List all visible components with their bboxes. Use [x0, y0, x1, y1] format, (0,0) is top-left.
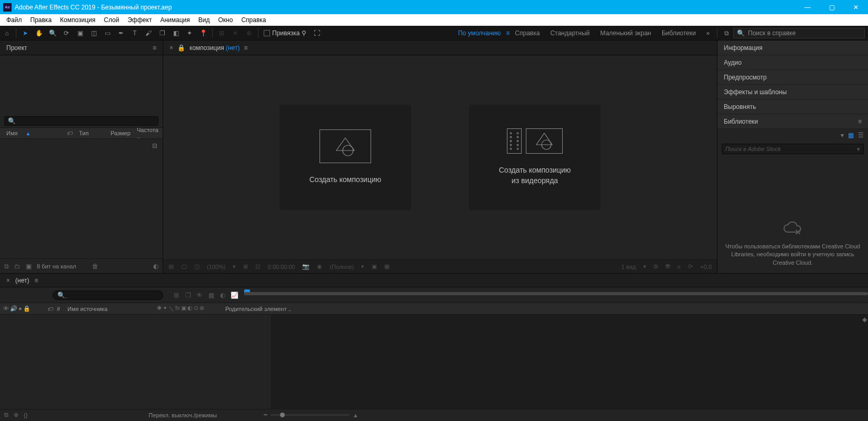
workspace-menu-icon[interactable]: ≡ [506, 29, 510, 37]
label-icon[interactable]: 🏷 [64, 130, 76, 136]
new-composition-from-footage-button[interactable]: Создать композициюиз видеоряда [469, 105, 601, 210]
panel-effects[interactable]: Эффекты и шаблоны [717, 85, 868, 99]
window-maximize-button[interactable]: ▢ [820, 0, 844, 14]
panel-information[interactable]: Информация [717, 41, 868, 55]
orbit-tool[interactable]: ⟳ [60, 27, 73, 39]
brush-tool[interactable]: 🖌 [142, 27, 155, 39]
timeline-zoom-slider[interactable]: ━ ▲ [264, 412, 358, 418]
pen-tool[interactable]: ✒ [115, 27, 127, 39]
clone-tool[interactable]: ❐ [156, 27, 168, 39]
menu-layer[interactable]: Слой [99, 15, 123, 25]
workspace-small[interactable]: Маленький экран [595, 29, 656, 37]
new-comp-icon[interactable]: ▣ [26, 263, 32, 270]
new-folder-icon[interactable]: 🗀 [14, 263, 21, 270]
marker-icon[interactable]: ◆ [862, 316, 867, 323]
sync-settings-button[interactable]: ⧉ [720, 27, 733, 39]
draft3d-icon[interactable]: ❒ [182, 289, 194, 301]
layer-list-area[interactable] [0, 315, 270, 409]
snapping-magnet-icon[interactable]: ⚲ [302, 29, 306, 37]
lock-icon[interactable]: 🔒 [177, 44, 185, 52]
eraser-tool[interactable]: ◧ [169, 27, 182, 39]
col-rate[interactable]: Частота .. [134, 127, 163, 139]
col-source-name[interactable]: Имя источника [67, 306, 157, 312]
timeline-tab[interactable]: × (нет) ≡ [0, 274, 868, 287]
panel-libraries[interactable]: Библиотеки≡ [717, 114, 868, 129]
window-minimize-button[interactable]: — [795, 0, 820, 14]
3d-view-icon[interactable]: ⧉ [654, 263, 658, 270]
timeline-icon[interactable]: ≡ [677, 264, 681, 270]
video-col-icon[interactable]: 👁 [3, 305, 9, 312]
toggle-mask-icon[interactable]: ◫ [194, 263, 199, 270]
exposure-value[interactable]: +0,0 [700, 264, 712, 270]
interpret-footage-icon[interactable]: ⧉ [4, 263, 9, 270]
label-col-icon[interactable]: 🏷 [47, 306, 57, 312]
panel-preview[interactable]: Предпросмотр [717, 70, 868, 85]
roi-icon[interactable]: ▣ [372, 263, 377, 270]
timeline-track-area[interactable]: ◆ [270, 315, 868, 409]
toggle-switches-icon[interactable]: ⧉ [4, 412, 8, 418]
project-items-area[interactable]: ⊟ [0, 139, 163, 258]
shape-tool[interactable]: ▭ [101, 27, 114, 39]
workspace-standard[interactable]: Стандартный [545, 29, 595, 37]
pixel-aspect-icon[interactable]: ⊞ [243, 263, 248, 270]
motion-blur-icon[interactable]: ◐ [217, 289, 228, 301]
composition-panel-tab[interactable]: × 🔒 композиция (нет) ≡ [163, 41, 717, 55]
panel-menu-icon[interactable]: ≡ [34, 277, 38, 284]
help-search-input[interactable] [748, 29, 861, 37]
project-panel-tab[interactable]: Проект ≡ [0, 41, 163, 55]
panel-menu-icon[interactable]: ≡ [244, 44, 247, 52]
help-search[interactable]: 🔍 [733, 28, 865, 38]
selection-tool[interactable]: ➤ [19, 27, 32, 39]
home-button[interactable]: ⌂ [1, 27, 13, 39]
workspace-libraries[interactable]: Библиотеки [656, 29, 701, 37]
menu-composition[interactable]: Композиция [56, 15, 99, 25]
panel-align[interactable]: Выровнять [717, 99, 868, 114]
project-search-input[interactable]: 🔍 [4, 116, 158, 126]
time-ruler[interactable] [244, 287, 868, 303]
transparency-grid-icon[interactable]: ▦ [384, 263, 390, 270]
resolution-value[interactable]: (Полное) [330, 264, 354, 270]
zoom-thumb[interactable] [280, 413, 285, 417]
snapping-toggle[interactable]: Привязка ⚲ ⛶ [264, 29, 320, 37]
zoom-out-icon[interactable]: ━ [264, 412, 267, 418]
expand-icon[interactable]: ⊕ [14, 412, 18, 418]
graph-editor-icon[interactable]: 📈 [228, 289, 240, 301]
new-composition-button[interactable]: Создать композицию [280, 105, 411, 210]
grid-view-icon[interactable]: ▦ [848, 132, 854, 139]
current-time[interactable]: 0:00:00:00 [267, 264, 295, 270]
toggle-modes-label[interactable]: Перекл. выключ./режимы [148, 412, 217, 418]
pan-behind-tool[interactable]: ◫ [87, 27, 100, 39]
menu-edit[interactable]: Правка [26, 15, 56, 25]
menu-animation[interactable]: Анимация [156, 15, 194, 25]
workspace-overflow-button[interactable]: » [702, 27, 714, 39]
work-area-bar[interactable] [244, 292, 868, 295]
col-number[interactable]: # [57, 306, 67, 312]
delete-icon[interactable]: 🗑 [92, 263, 98, 270]
flowchart-icon[interactable]: ⊟ [152, 142, 157, 149]
panel-menu-icon[interactable]: ≡ [153, 44, 156, 52]
panel-menu-icon[interactable]: ≡ [858, 118, 862, 125]
timeline-search-input[interactable]: 🔍˯ [53, 290, 163, 300]
fast-preview-icon[interactable]: ⛃ [665, 263, 670, 270]
col-name[interactable]: Имя ▲ [0, 130, 64, 136]
views-value[interactable]: 1 вид [621, 264, 636, 270]
bpc-toggle[interactable]: 8 бит на канал [37, 263, 76, 269]
safe-zones-icon[interactable]: ⊡ [255, 263, 260, 270]
close-tab-icon[interactable]: × [6, 277, 10, 284]
window-close-button[interactable]: ✕ [844, 0, 868, 14]
panel-audio[interactable]: Аудио [717, 55, 868, 70]
col-parent[interactable]: Родительский элемент .. [225, 306, 294, 312]
menu-view[interactable]: Вид [194, 15, 214, 25]
chevron-down-icon[interactable]: ▾ [857, 146, 860, 153]
channel-icon[interactable]: ◉ [317, 263, 322, 270]
comp-mini-flowchart-icon[interactable]: ⊞ [171, 289, 182, 301]
magnification-icon[interactable]: ▤ [168, 263, 174, 270]
hand-tool[interactable]: ✋ [33, 27, 45, 39]
workspace-help[interactable]: Справка [510, 29, 545, 37]
solo-col-icon[interactable]: ● [18, 305, 22, 312]
menu-effect[interactable]: Эффект [123, 15, 156, 25]
roto-tool[interactable]: ✦ [183, 27, 196, 39]
snapping-sub-icon[interactable]: ⛶ [314, 29, 320, 37]
project-resize-icon[interactable]: ◐ [153, 263, 158, 270]
camera-tool[interactable]: ▣ [74, 27, 86, 39]
